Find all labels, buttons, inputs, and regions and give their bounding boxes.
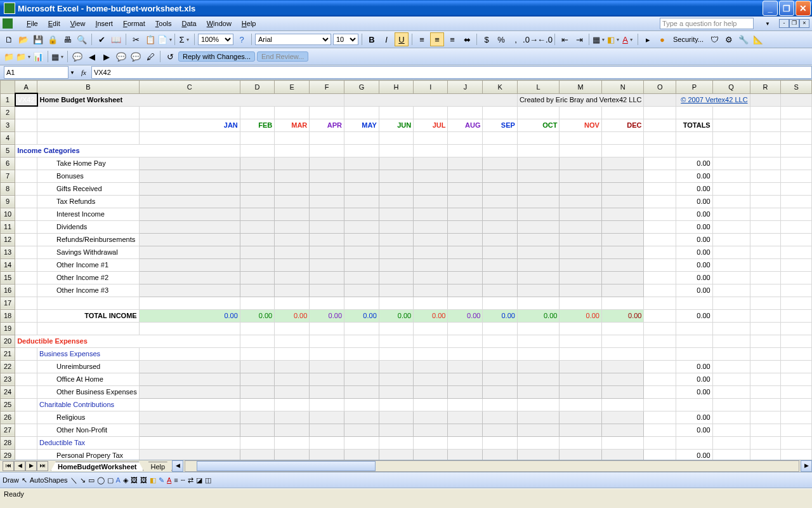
- increase-decimal-button[interactable]: .0→: [524, 33, 537, 46]
- rectangle-icon[interactable]: ▭: [88, 476, 95, 485]
- data-cell[interactable]: [344, 284, 379, 297]
- total-income-val[interactable]: 0.00: [240, 309, 274, 322]
- data-cell[interactable]: [344, 360, 379, 373]
- data-cell[interactable]: [414, 170, 448, 182]
- total-income-val[interactable]: 0.00: [379, 309, 413, 322]
- data-cell[interactable]: [414, 246, 448, 258]
- bold-button[interactable]: B: [365, 33, 378, 46]
- borders-button[interactable]: ▦: [593, 33, 605, 46]
- data-cell[interactable]: [601, 424, 644, 436]
- data-cell[interactable]: [344, 220, 379, 233]
- comment-icon[interactable]: 💬: [71, 50, 84, 63]
- dash-style-icon[interactable]: ┄: [181, 476, 185, 485]
- data-cell[interactable]: [560, 208, 602, 220]
- data-cell[interactable]: [414, 271, 448, 284]
- next-comment-icon[interactable]: ▶: [100, 50, 113, 63]
- prev-comment-icon[interactable]: ◀: [86, 50, 98, 63]
- data-cell[interactable]: [560, 220, 602, 233]
- income-item[interactable]: Other Income #2: [37, 271, 140, 284]
- total-income-val[interactable]: 0.00: [517, 309, 560, 322]
- arrow-icon[interactable]: ↘: [80, 476, 86, 485]
- print-preview-button[interactable]: 🔍: [75, 33, 88, 46]
- data-cell[interactable]: [275, 411, 310, 424]
- data-cell[interactable]: [344, 195, 379, 208]
- data-cell[interactable]: [560, 170, 602, 182]
- data-cell[interactable]: [275, 208, 310, 220]
- total-income-label[interactable]: TOTAL INCOME: [37, 309, 140, 322]
- data-cell[interactable]: [601, 246, 644, 258]
- data-cell[interactable]: [275, 170, 310, 182]
- data-cell[interactable]: [379, 157, 413, 170]
- menu-file[interactable]: File: [22, 18, 43, 29]
- data-cell[interactable]: [379, 182, 413, 195]
- col-header-A[interactable]: A: [15, 81, 37, 94]
- data-cell[interactable]: [379, 411, 413, 424]
- menu-window[interactable]: Window: [202, 18, 237, 29]
- tab-help[interactable]: Help: [143, 462, 172, 471]
- circle-icon[interactable]: ●: [656, 33, 669, 46]
- data-cell[interactable]: [517, 246, 560, 258]
- decrease-decimal-button[interactable]: ←.0: [539, 33, 551, 46]
- row-header-17[interactable]: 17: [1, 297, 15, 309]
- data-cell[interactable]: [139, 157, 240, 170]
- col-header-J[interactable]: J: [448, 81, 483, 94]
- item-total[interactable]: 0.00: [676, 170, 712, 182]
- data-cell[interactable]: [139, 220, 240, 233]
- data-cell[interactable]: [448, 170, 483, 182]
- data-cell[interactable]: [560, 424, 602, 436]
- end-review-button[interactable]: End Review...: [257, 51, 308, 62]
- item-total[interactable]: 0.00: [676, 271, 712, 284]
- deductible-header[interactable]: Deductible Expenses: [15, 335, 240, 347]
- data-cell[interactable]: [448, 233, 483, 246]
- data-cell[interactable]: [240, 271, 274, 284]
- vba-icon[interactable]: ⚙: [723, 33, 735, 46]
- font-color-draw-icon[interactable]: A: [167, 476, 171, 484]
- menu-format[interactable]: Format: [118, 18, 150, 29]
- ink-icon[interactable]: 🖊: [144, 50, 157, 63]
- fx-button[interactable]: fx: [81, 69, 86, 76]
- data-cell[interactable]: [414, 220, 448, 233]
- data-cell[interactable]: [517, 360, 560, 373]
- data-cell[interactable]: [379, 170, 413, 182]
- diagram-icon[interactable]: ◈: [123, 476, 128, 485]
- data-cell[interactable]: [344, 170, 379, 182]
- data-cell[interactable]: [310, 373, 344, 385]
- section-header[interactable]: Deductible Tax: [37, 436, 140, 449]
- month-DEC[interactable]: DEC: [601, 119, 644, 131]
- data-cell[interactable]: [240, 258, 274, 271]
- data-cell[interactable]: [448, 182, 483, 195]
- data-cell[interactable]: [560, 449, 602, 460]
- data-cell[interactable]: [379, 258, 413, 271]
- data-cell[interactable]: [560, 284, 602, 297]
- data-cell[interactable]: [275, 195, 310, 208]
- data-cell[interactable]: [344, 258, 379, 271]
- cell-A1[interactable]: VX42: [15, 93, 37, 106]
- data-cell[interactable]: [517, 424, 560, 436]
- month-SEP[interactable]: SEP: [483, 119, 517, 131]
- help-dropdown-icon[interactable]: ▼: [760, 20, 775, 28]
- item-total[interactable]: 0.00: [676, 208, 712, 220]
- row-header-12[interactable]: 12: [1, 233, 15, 246]
- draw-menu[interactable]: Draw: [3, 476, 19, 484]
- month-JUN[interactable]: JUN: [379, 119, 413, 131]
- data-cell[interactable]: [517, 284, 560, 297]
- data-cell[interactable]: [310, 233, 344, 246]
- row-header-22[interactable]: 22: [1, 360, 15, 373]
- row-header-16[interactable]: 16: [1, 284, 15, 297]
- col-header-P[interactable]: P: [676, 81, 712, 94]
- col-header-L[interactable]: L: [517, 81, 560, 94]
- data-cell[interactable]: [483, 271, 517, 284]
- menu-data[interactable]: Data: [176, 18, 201, 29]
- data-cell[interactable]: [275, 424, 310, 436]
- expense-item[interactable]: Religious: [37, 411, 140, 424]
- mdi-restore-button[interactable]: ❐: [789, 19, 799, 28]
- window-close-button[interactable]: ✕: [796, 1, 811, 16]
- data-cell[interactable]: [310, 182, 344, 195]
- data-cell[interactable]: [344, 233, 379, 246]
- row-header-24[interactable]: 24: [1, 385, 15, 398]
- tab-next-button[interactable]: ▶: [25, 461, 37, 471]
- workbook-control-icon[interactable]: [3, 18, 13, 29]
- data-cell[interactable]: [240, 360, 274, 373]
- data-cell[interactable]: [517, 208, 560, 220]
- data-cell[interactable]: [240, 373, 274, 385]
